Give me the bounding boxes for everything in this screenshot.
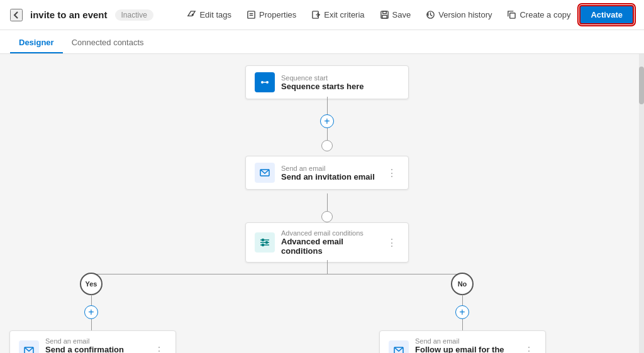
- svg-point-18: [262, 239, 264, 241]
- email-no-node: Send an email Follow up email for the ev…: [379, 330, 546, 353]
- no-circle: No: [451, 273, 474, 295]
- sequence-start-node: Sequence start Sequence starts here: [245, 65, 409, 99]
- email-yes-label: Send an email: [45, 337, 145, 345]
- sequence-start-title: Sequence starts here: [281, 82, 399, 91]
- create-copy-button[interactable]: Create a copy: [501, 7, 577, 23]
- scrollbar-thumb[interactable]: [639, 67, 644, 104]
- tab-connected-contacts[interactable]: Connected contacts: [63, 31, 153, 53]
- email-1-icon: [255, 163, 275, 183]
- email-1-title: Send an invitation email: [281, 172, 378, 182]
- email-yes-icon: [19, 340, 39, 353]
- connector-circle-2: [321, 211, 333, 222]
- svg-rect-1: [248, 11, 255, 18]
- back-button[interactable]: [10, 9, 23, 21]
- svg-rect-7: [382, 11, 386, 14]
- conditions-1-icon: [255, 232, 275, 253]
- yes-circle: Yes: [80, 273, 103, 295]
- conditions-1-menu[interactable]: ⋮: [384, 236, 399, 250]
- email-yes-node: Send an email Send a confirmation email …: [9, 330, 176, 353]
- email-no-title: Follow up email for the event: [415, 345, 515, 353]
- canvas: Sequence start Sequence starts here + Se…: [0, 54, 644, 353]
- tab-designer[interactable]: Designer: [10, 31, 63, 53]
- sequence-start-label: Sequence start: [281, 74, 399, 82]
- email-yes-menu[interactable]: ⋮: [152, 344, 167, 354]
- svg-rect-8: [382, 15, 387, 18]
- conditions-1-node: Advanced email conditions Advanced email…: [245, 222, 409, 263]
- version-history-button[interactable]: Version history: [419, 7, 498, 23]
- plus-button-1[interactable]: +: [320, 114, 334, 128]
- scrollbar-track: [639, 54, 644, 353]
- edit-tags-button[interactable]: Edit tags: [180, 7, 238, 23]
- svg-point-12: [266, 81, 269, 84]
- svg-point-0: [192, 14, 194, 16]
- plus-button-no[interactable]: +: [455, 305, 469, 319]
- save-button[interactable]: Save: [374, 7, 418, 23]
- conditions-1-title: Advanced email conditions: [281, 237, 378, 256]
- email-1-node: Send an email Send an invitation email ⋮: [245, 156, 409, 190]
- svg-point-20: [262, 244, 264, 246]
- status-badge: Inactive: [115, 9, 153, 21]
- email-no-label: Send an email: [415, 337, 515, 345]
- email-no-icon: [389, 340, 409, 353]
- page-title: invite to an event: [30, 9, 108, 20]
- header: invite to an event Inactive Edit tags Pr…: [0, 0, 644, 30]
- sequence-start-icon: [255, 72, 275, 92]
- header-actions: Edit tags Properties Exit criteria: [180, 5, 634, 24]
- svg-rect-10: [510, 13, 515, 18]
- conditions-1-label: Advanced email conditions: [281, 229, 378, 237]
- svg-point-19: [266, 242, 268, 244]
- tab-bar: Designer Connected contacts: [0, 30, 644, 54]
- plus-button-yes[interactable]: +: [84, 305, 98, 319]
- svg-point-11: [261, 81, 264, 84]
- email-1-label: Send an email: [281, 165, 378, 172]
- activate-button[interactable]: Activate: [579, 5, 634, 24]
- email-1-menu[interactable]: ⋮: [384, 166, 399, 180]
- email-yes-title: Send a confirmation email: [45, 345, 145, 353]
- email-no-menu[interactable]: ⋮: [521, 344, 536, 354]
- connector-circle-1: [321, 140, 333, 151]
- exit-criteria-button[interactable]: Exit criteria: [305, 7, 370, 23]
- properties-button[interactable]: Properties: [240, 7, 303, 23]
